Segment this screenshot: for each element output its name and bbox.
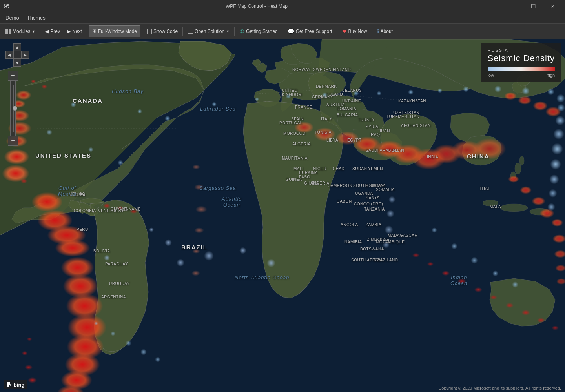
pan-controls: ▲ ◀ ▶ ▼ — [5, 43, 29, 67]
modules-icon — [5, 29, 11, 34]
pan-up-button[interactable]: ▲ — [13, 43, 21, 51]
toolbar: Modules ▼ ◀ Prev ▶ Next ⊞ Full-Window Mo… — [0, 24, 565, 39]
pan-right-button[interactable]: ▶ — [21, 51, 29, 59]
bing-logo-box: bing — [4, 380, 27, 389]
map-container[interactable]: CANADA UNITED STATES BRAZIL CHINA MEXICO… — [0, 39, 565, 392]
prev-button[interactable]: ◀ Prev — [42, 25, 63, 37]
buynow-button[interactable]: ❤ Buy Now — [339, 25, 370, 37]
menu-demo[interactable]: Demo — [2, 13, 23, 22]
bing-logo: bing — [4, 380, 27, 389]
window-title: WPF Map Control - Heat Map — [9, 4, 505, 9]
gettingstarted-button[interactable]: ① Getting Started — [236, 25, 281, 37]
minimize-button[interactable] — [505, 0, 523, 13]
pan-center — [13, 51, 21, 59]
toolbar-separator-2 — [87, 27, 87, 36]
about-button[interactable]: ℹ About — [374, 25, 396, 37]
titlebar: 🗺 WPF Map Control - Heat Map — [0, 0, 565, 13]
bing-text: bing — [14, 382, 24, 388]
legend-high-label: high — [547, 73, 555, 78]
svg-point-1 — [515, 163, 521, 174]
titlebar-controls — [505, 0, 562, 13]
copyright: Copyright © 2020 Microsoft and its suppl… — [438, 386, 561, 390]
map-background — [0, 39, 565, 392]
menubar: Demo Themes — [0, 13, 565, 24]
zoom-slider-container[interactable]: 50 — [10, 81, 16, 136]
modules-dropdown-arrow: ▼ — [32, 29, 35, 33]
svg-marker-7 — [7, 382, 12, 387]
fullwindow-button[interactable]: ⊞ Full-Window Mode — [89, 25, 140, 37]
bing-icon — [6, 381, 13, 388]
opensolution-dropdown-arrow: ▼ — [226, 29, 230, 33]
toolbar-separator-7 — [337, 27, 337, 36]
modules-button[interactable]: Modules ▼ — [2, 25, 38, 37]
showcode-button[interactable]: Show Code — [144, 25, 181, 37]
fullwindow-icon: ⊞ — [92, 28, 97, 34]
pan-down-button[interactable]: ▼ — [13, 59, 21, 67]
pan-left-button[interactable]: ◀ — [5, 51, 13, 59]
app-icon: 🗺 — [3, 3, 9, 9]
buynow-icon: ❤ — [342, 28, 347, 34]
getfreesupport-icon: 💬 — [288, 28, 294, 34]
legend-title: Seismic Density — [488, 53, 555, 64]
svg-point-6 — [483, 200, 498, 206]
titlebar-left: 🗺 — [3, 3, 9, 9]
next-button[interactable]: ▶ Next — [64, 25, 85, 37]
legend-low-label: low — [488, 73, 494, 78]
svg-point-3 — [510, 172, 516, 180]
opensolution-icon — [188, 29, 193, 34]
showcode-icon — [147, 29, 152, 34]
toolbar-separator-1 — [40, 27, 40, 36]
opensolution-button[interactable]: Open Solution ▼ — [184, 25, 233, 37]
toolbar-separator-8 — [372, 27, 372, 36]
maximize-button[interactable] — [524, 0, 542, 13]
toolbar-separator-6 — [282, 27, 283, 36]
svg-point-4 — [500, 204, 528, 212]
about-icon: ℹ — [377, 28, 379, 34]
zoom-controls: + 50 − — [8, 71, 18, 146]
legend-color-bar — [488, 67, 555, 71]
getfreesupport-button[interactable]: 💬 Get Free Support — [284, 25, 335, 37]
next-icon: ▶ — [67, 29, 71, 34]
prev-icon: ◀ — [45, 29, 49, 34]
zoom-in-button[interactable]: + — [8, 71, 18, 81]
legend: RUSSIA Seismic Density low high — [481, 43, 561, 82]
toolbar-separator-3 — [142, 27, 142, 36]
svg-point-5 — [530, 208, 549, 215]
zoom-out-button[interactable]: − — [8, 136, 18, 146]
legend-labels: low high — [488, 73, 555, 78]
gettingstarted-icon: ① — [239, 28, 244, 34]
close-button[interactable] — [544, 0, 562, 13]
toolbar-separator-5 — [234, 27, 235, 36]
legend-country: RUSSIA — [488, 48, 555, 53]
toolbar-separator-4 — [182, 27, 183, 36]
zoom-slider[interactable]: 50 — [12, 85, 14, 132]
menu-themes[interactable]: Themes — [23, 13, 49, 22]
svg-point-2 — [519, 156, 524, 165]
